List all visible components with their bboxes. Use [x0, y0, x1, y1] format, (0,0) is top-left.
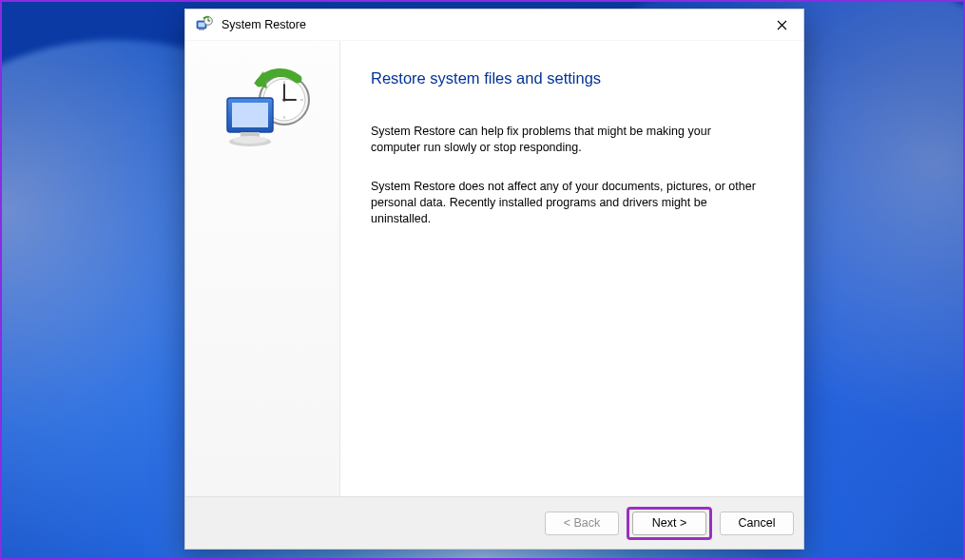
svg-rect-2 [199, 29, 204, 30]
left-illustration-panel [185, 41, 340, 496]
close-button[interactable] [760, 10, 803, 41]
svg-point-21 [233, 136, 267, 144]
system-restore-icon [195, 15, 214, 34]
system-restore-window: System Restore [184, 9, 804, 550]
svg-rect-1 [199, 23, 205, 28]
system-restore-illustration-icon [210, 68, 315, 163]
paragraph-note: System Restore does not affect any of yo… [371, 179, 761, 227]
next-button[interactable]: Next > [632, 512, 706, 535]
svg-point-11 [282, 98, 286, 102]
next-button-highlight: Next > [627, 507, 712, 540]
cancel-button[interactable]: Cancel [720, 512, 794, 535]
paragraph-intro: System Restore can help fix problems tha… [371, 124, 761, 156]
back-button[interactable]: < Back [545, 512, 619, 535]
window-title: System Restore [222, 18, 306, 31]
wizard-body: Restore system files and settings System… [185, 41, 803, 496]
titlebar: System Restore [185, 10, 803, 41]
page-heading: Restore system files and settings [371, 69, 773, 87]
wizard-footer: < Back Next > Cancel [185, 496, 803, 549]
content-panel: Restore system files and settings System… [340, 41, 803, 496]
svg-rect-18 [232, 103, 268, 127]
